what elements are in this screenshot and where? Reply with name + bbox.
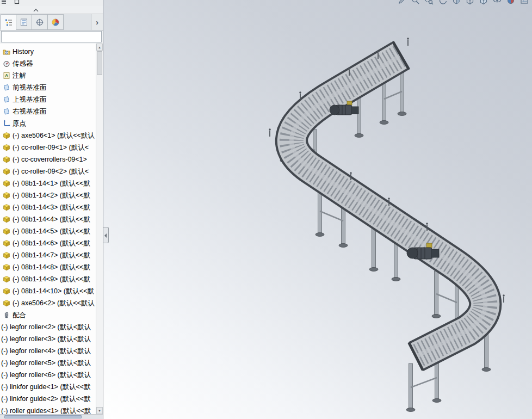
feature-tree-container: History传感器A注解前视基准面上视基准面右视基准面原点(-) axe506… <box>0 44 103 414</box>
sketch-edit-icon[interactable] <box>398 0 406 5</box>
plane-icon <box>3 96 10 103</box>
tree-item-label: (-) axe506<1> (默认<<默认 <box>13 131 95 140</box>
tree-item[interactable]: (-) axe506<2> (默认<<默认 <box>0 297 96 309</box>
part-icon <box>3 227 10 235</box>
tree-item[interactable]: (-) legfor roller<5> (默认<默认 <box>0 357 96 369</box>
tree-item-label: 配合 <box>13 311 26 320</box>
tree-item[interactable]: (-) linkfor guide<2> (默认<<默 <box>0 393 96 405</box>
plane-icon <box>3 108 10 115</box>
tree-item-label: (-) 08b1-14<1> (默认<<默 <box>13 179 90 188</box>
part-icon <box>3 180 10 187</box>
scroll-up-button[interactable]: ▲ <box>96 44 103 51</box>
vertical-scrollbar[interactable]: ▲ ▼ <box>96 44 103 414</box>
tree-item-label: 前视基准面 <box>13 83 47 93</box>
tree-item-label: (-) cc-coverrollers-09<1> <box>13 156 87 163</box>
scroll-down-button[interactable]: ▼ <box>96 407 103 414</box>
hide-show-items-icon[interactable] <box>493 0 502 5</box>
tree-item[interactable]: 前视基准面 <box>0 82 96 94</box>
previous-view-icon[interactable] <box>438 0 447 5</box>
tree-item-label: (-) 08b1-14<10> (默认<<默 <box>13 287 94 296</box>
tree-item[interactable]: (-) cc-coverrollers-09<1> <box>0 153 96 165</box>
tree-item[interactable]: (-) 08b1-14<8> (默认<<默 <box>0 261 96 273</box>
tree-item-label: (-) legfor roller<5> (默认<默认 <box>1 359 91 368</box>
tree-item[interactable]: (-) 08b1-14<3> (默认<<默 <box>0 201 96 213</box>
vertical-scroll-thumb[interactable] <box>97 51 102 75</box>
tree-item-label: 右视基准面 <box>13 107 47 116</box>
plane-icon <box>3 84 10 91</box>
part-icon <box>3 132 10 139</box>
tree-item[interactable]: History <box>0 46 96 58</box>
tree-item-label: (-) 08b1-14<3> (默认<<默 <box>13 203 90 212</box>
tree-item[interactable]: (-) 08b1-14<2> (默认<<默 <box>0 189 96 201</box>
tree-item[interactable]: (-) linkfor guide<1> (默认<<默 <box>0 381 96 393</box>
panel-mini-toolbar <box>0 0 103 6</box>
window-doc-icon[interactable] <box>14 0 20 4</box>
panel-tab-displaymanager[interactable] <box>48 14 64 30</box>
tree-item[interactable]: (-) 08b1-14<5> (默认<<默 <box>0 225 96 237</box>
view-orientation-icon[interactable] <box>466 0 474 5</box>
horizontal-scroll-thumb[interactable] <box>4 415 82 418</box>
tree-item[interactable]: (-) legfor roller<4> (默认<默认 <box>0 345 96 357</box>
panel-collapse-strip[interactable] <box>0 6 103 14</box>
configurationmanager-tab-icon <box>35 18 44 27</box>
part-icon <box>3 263 10 271</box>
conveyor-3d-model <box>103 0 532 419</box>
tree-item[interactable]: (-) legfor roller<2> (默认<默认 <box>0 321 96 333</box>
collapse-arrow-icon <box>33 8 39 13</box>
tree-item-label: (-) 08b1-14<5> (默认<<默 <box>13 227 90 236</box>
horizontal-scrollbar[interactable] <box>0 414 103 419</box>
tree-item[interactable]: 上视基准面 <box>0 94 96 106</box>
panel-expand-arrow[interactable]: › <box>91 14 103 30</box>
sensor-icon <box>3 60 10 67</box>
feature-manager-panel: › History传感器A注解前视基准面上视基准面右视基准面原点(-) axe5… <box>0 0 103 419</box>
window-menu-icon[interactable] <box>1 0 7 4</box>
annotation-icon: A <box>3 72 10 79</box>
part-icon <box>3 287 10 295</box>
panel-tab-configurationmanager[interactable] <box>32 14 48 30</box>
apply-scene-icon[interactable] <box>520 0 529 5</box>
edit-appearance-icon[interactable] <box>506 0 515 5</box>
section-view-icon[interactable] <box>452 0 461 5</box>
tree-item[interactable]: 传感器 <box>0 58 96 70</box>
filter-area <box>0 30 103 44</box>
zoom-area-icon[interactable] <box>425 0 434 5</box>
part-icon <box>3 275 10 283</box>
tab-spacer <box>64 14 91 30</box>
panel-tab-propertymanager[interactable] <box>16 14 32 30</box>
part-icon <box>3 239 10 247</box>
tree-item-label: (-) linkfor guide<2> (默认<<默 <box>1 395 91 404</box>
mates-icon <box>3 311 10 319</box>
tree-item[interactable]: 配合 <box>0 309 96 321</box>
selection-filter-box[interactable] <box>1 31 102 42</box>
tree-item[interactable]: 原点 <box>0 118 96 130</box>
svg-text:A: A <box>5 73 8 78</box>
zoom-fit-icon[interactable] <box>411 0 420 5</box>
tree-item[interactable]: (-) roller guides<1> (默认<<默 <box>0 405 96 414</box>
tree-item[interactable]: (-) cc-roller-09<2> (默认< <box>0 165 96 177</box>
panel-splitter-handle[interactable] <box>103 227 109 243</box>
display-style-icon[interactable] <box>479 0 488 5</box>
tree-item[interactable]: (-) 08b1-14<7> (默认<<默 <box>0 249 96 261</box>
tree-item[interactable]: (-) 08b1-14<1> (默认<<默 <box>0 177 96 189</box>
tree-item[interactable]: (-) legfor roller<6> (默认<默认 <box>0 369 96 381</box>
part-icon <box>3 156 10 163</box>
tree-item[interactable]: (-) 08b1-14<10> (默认<<默 <box>0 285 96 297</box>
tree-item[interactable]: (-) axe506<1> (默认<<默认 <box>0 130 96 141</box>
featuremanager-tab-icon <box>4 18 13 27</box>
tree-item-label: 原点 <box>13 119 26 128</box>
tree-item-label: (-) 08b1-14<8> (默认<<默 <box>13 263 90 272</box>
tree-item[interactable]: (-) 08b1-14<4> (默认<<默 <box>0 213 96 225</box>
tree-item[interactable]: (-) legfor roller<3> (默认<默认 <box>0 333 96 345</box>
tree-item[interactable]: (-) cc-roller-09<1> (默认< <box>0 141 96 153</box>
propertymanager-tab-icon <box>20 18 28 27</box>
panel-tab-featuremanager[interactable] <box>1 14 16 30</box>
tree-item[interactable]: 右视基准面 <box>0 106 96 118</box>
tree-item[interactable]: (-) 08b1-14<6> (默认<<默 <box>0 237 96 249</box>
part-icon <box>3 168 10 175</box>
tree-item-label: (-) 08b1-14<6> (默认<<默 <box>13 239 90 248</box>
tree-item[interactable]: A注解 <box>0 70 96 82</box>
tree-item[interactable]: (-) 08b1-14<9> (默认<<默 <box>0 273 96 285</box>
origin-icon <box>3 120 10 127</box>
graphics-viewport[interactable] <box>103 0 532 419</box>
tree-item-label: 传感器 <box>13 59 33 69</box>
